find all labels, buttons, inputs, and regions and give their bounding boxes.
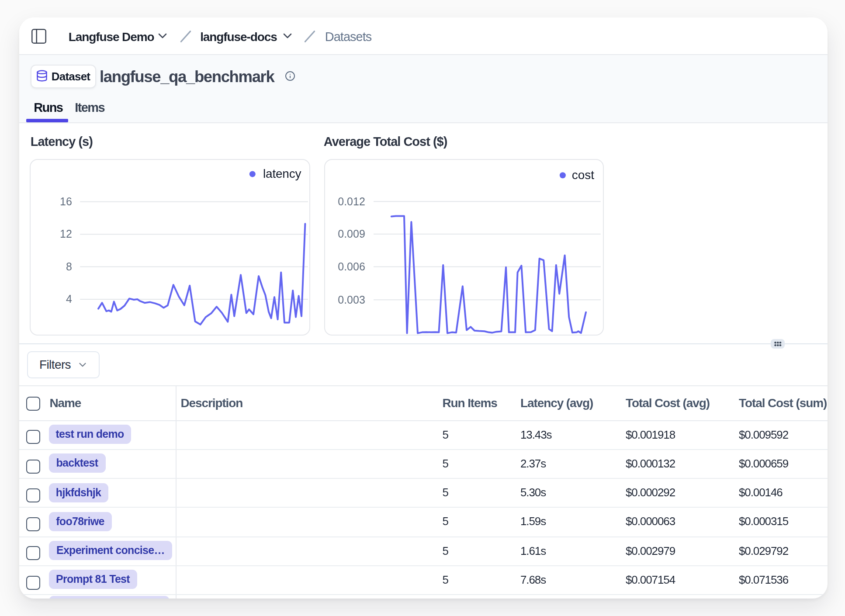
svg-text:16: 16 (60, 195, 72, 208)
svg-text:4: 4 (66, 293, 72, 305)
svg-text:cost: cost (572, 168, 595, 181)
svg-text:12: 12 (60, 228, 72, 240)
svg-text:latency: latency (263, 167, 301, 180)
svg-text:0.012: 0.012 (338, 195, 365, 207)
svg-text:0.009: 0.009 (338, 227, 365, 239)
svg-text:8: 8 (66, 260, 72, 273)
svg-text:0.006: 0.006 (338, 260, 365, 272)
svg-text:0.003: 0.003 (338, 293, 365, 305)
